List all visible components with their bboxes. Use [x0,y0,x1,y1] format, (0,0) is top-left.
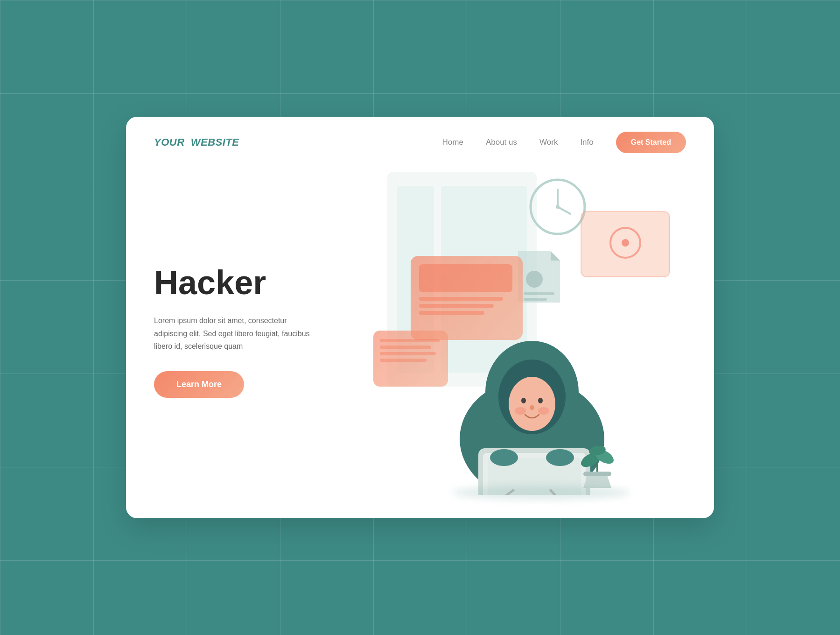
plant-icon [574,434,621,490]
small-card-line-2 [380,346,431,349]
hero-title: Hacker [154,264,331,301]
svg-point-13 [509,377,555,431]
hero-section: Hacker Lorem ipsum dolor sit amet, conse… [126,162,714,518]
monitor-icon [579,209,672,284]
nav-work[interactable]: Work [539,138,558,147]
navbar: YOUR WEBSITE Home About us Work Info Get… [126,117,714,162]
hero-description: Lorem ipsum dolor sit amet, consectetur … [154,314,313,353]
nav-home[interactable]: Home [442,138,463,147]
svg-rect-6 [524,298,547,301]
svg-rect-5 [524,292,554,295]
small-card-line-3 [380,352,436,355]
logo-website: WEBSITE [191,136,239,148]
small-card-line-1 [380,339,440,342]
svg-line-3 [558,207,570,214]
get-started-button[interactable]: Get Started [616,132,686,153]
svg-point-17 [515,407,526,415]
svg-point-4 [526,271,543,288]
card-line-3 [419,311,484,315]
nav-info[interactable]: Info [580,138,593,147]
learn-more-button[interactable]: Learn More [154,371,244,398]
svg-point-24 [546,449,574,466]
svg-rect-26 [583,472,611,476]
card-line-1 [419,297,503,301]
svg-point-18 [538,407,549,415]
svg-point-15 [538,398,543,403]
hero-text-block: Hacker Lorem ipsum dolor sit amet, conse… [154,264,331,398]
small-card-line-4 [380,359,427,362]
svg-point-9 [622,239,629,247]
nav-about[interactable]: About us [486,138,517,147]
logo-your: YOUR [154,136,185,148]
small-card-text-lines [380,339,441,362]
svg-point-23 [490,449,518,466]
nav-links: Home About us Work Info Get Started [442,132,686,153]
laptop-shadow [453,486,630,500]
svg-point-14 [521,398,526,403]
main-card: YOUR WEBSITE Home About us Work Info Get… [126,117,714,518]
card-text-lines [419,297,514,315]
hero-illustration [331,162,686,500]
card-image-placeholder [419,264,512,292]
card-line-2 [419,304,494,308]
logo: YOUR WEBSITE [154,136,239,148]
svg-point-16 [530,405,534,410]
